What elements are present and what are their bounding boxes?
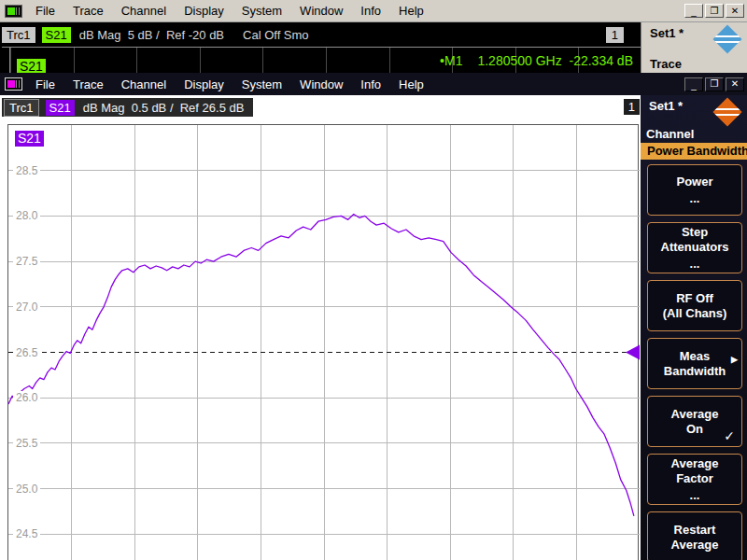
marker-name: •M1 xyxy=(440,53,462,68)
close-button[interactable]: ✕ xyxy=(726,4,744,18)
menu-file[interactable]: File xyxy=(30,2,61,20)
check-icon: ✓ xyxy=(724,428,735,443)
submenu-arrow-icon: ▶ xyxy=(731,352,738,367)
softkey-label: Bandwidth xyxy=(664,364,726,379)
softkey-restart-average[interactable]: RestartAverage xyxy=(647,511,742,560)
softkey-label: Meas xyxy=(680,349,711,364)
trace-name-box[interactable]: Trc1 xyxy=(2,27,35,43)
minimize-button[interactable]: _ xyxy=(684,4,703,18)
softkey-power[interactable]: Power... xyxy=(647,164,742,216)
menu-window[interactable]: Window xyxy=(294,2,348,20)
trace-label[interactable]: S21 xyxy=(15,131,44,147)
menu-help[interactable]: Help xyxy=(393,2,430,20)
window-number-badge: 1 xyxy=(624,99,640,115)
diagram-area: Trc1 S21 dB Mag 0.5 dB / Ref 26.5 dB 1 S… xyxy=(0,95,641,560)
softkey-meas-bandwidth[interactable]: MeasBandwidth▶ xyxy=(647,338,742,389)
menu-items: FileTraceChannelDisplaySystemWindowInfoH… xyxy=(30,2,436,20)
app-icon-screen xyxy=(7,80,15,88)
softkey-average-factor[interactable]: AverageFactor... xyxy=(647,454,742,505)
softkey-label: Average xyxy=(671,538,719,553)
ellipsis-label: ... xyxy=(690,191,700,206)
plot-area: S21 28.528.027.527.026.526.025.525.024.5 xyxy=(7,124,639,560)
softkey-step-attenuators[interactable]: StepAttenuators... xyxy=(647,222,742,273)
menu-system[interactable]: System xyxy=(236,2,288,20)
restore-button[interactable]: ❐ xyxy=(705,4,724,18)
sidebar-section-label: Trace xyxy=(650,57,747,71)
trace-format-text: dB Mag 0.5 dB / Ref 26.5 dB xyxy=(83,101,245,115)
close-button[interactable]: ✕ xyxy=(726,77,744,91)
softkey-average-on[interactable]: AverageOn✓ xyxy=(647,396,742,447)
app-icon-grid xyxy=(16,7,20,15)
menu-system[interactable]: System xyxy=(236,76,288,93)
y-tick-label: 25.0 xyxy=(13,483,40,496)
y-tick-label: 27.5 xyxy=(13,255,40,268)
menubar: FileTraceChannelDisplaySystemWindowInfoH… xyxy=(0,73,747,95)
analyzer-screen: FileTraceChannelDisplaySystemWindowInfoH… xyxy=(0,0,747,560)
trace-info-bar: Trc1 S21 dB Mag 0.5 dB / Ref 26.5 dB xyxy=(2,98,253,117)
s21-trace xyxy=(8,215,634,516)
background-window: FileTraceChannelDisplaySystemWindowInfoH… xyxy=(0,0,747,22)
softkey-label: Power xyxy=(676,175,712,189)
y-tick-label: 24.5 xyxy=(13,527,40,540)
app-icon-screen xyxy=(7,7,15,15)
marker-readout: •M1 1.280500 GHz -22.334 dB xyxy=(440,53,633,68)
softkey-label: Average xyxy=(671,456,719,471)
menu-trace[interactable]: Trace xyxy=(67,76,109,93)
trace-info-bar: Trc1 S21 dB Mag 5 dB / Ref -20 dB Cal Of… xyxy=(2,25,624,44)
ellipsis-label: ... xyxy=(690,488,700,503)
y-tick-label: 25.5 xyxy=(13,437,40,450)
app-icon-grid xyxy=(16,80,20,88)
menu-info[interactable]: Info xyxy=(355,76,387,93)
reference-level-marker[interactable] xyxy=(626,345,640,360)
trace-format-text: dB Mag 5 dB / Ref -20 dB xyxy=(79,28,224,42)
softkey-area: Power...StepAttenuators...RF Off(All Cha… xyxy=(641,160,747,560)
menu-display[interactable]: Display xyxy=(178,76,230,93)
marker-values: 1.280500 GHz -22.334 dB xyxy=(477,53,633,68)
menu-info[interactable]: Info xyxy=(355,2,387,20)
y-tick-label: 28.5 xyxy=(13,164,40,177)
setup-label: Set1 * xyxy=(649,99,683,113)
softkey-label: Factor xyxy=(676,471,713,486)
menu-channel[interactable]: Channel xyxy=(116,2,172,20)
softkey-label: RF Off xyxy=(676,291,713,306)
softkey-label: Attenuators xyxy=(661,240,729,255)
rs-logo-icon xyxy=(712,24,741,53)
softkey-label: Step xyxy=(682,225,708,240)
menu-help[interactable]: Help xyxy=(393,76,430,93)
menu-display[interactable]: Display xyxy=(178,2,230,20)
softkey-label: (All Chans) xyxy=(663,306,727,321)
s21-trace-plot xyxy=(8,125,640,560)
app-icon[interactable] xyxy=(5,5,22,18)
app-icon[interactable] xyxy=(5,77,22,91)
softkey-rfoff-allchans[interactable]: RF Off(All Chans) xyxy=(647,280,742,331)
measurement-box[interactable]: S21 xyxy=(46,100,75,116)
menu-window[interactable]: Window xyxy=(294,76,348,93)
softkey-menu-header[interactable]: Power Bandwidth xyxy=(641,143,747,160)
ellipsis-label: ... xyxy=(690,257,700,272)
y-tick-label: 26.5 xyxy=(13,346,40,359)
menu-file[interactable]: File xyxy=(30,76,61,93)
window-number-badge: 1 xyxy=(606,27,624,43)
menu-trace[interactable]: Trace xyxy=(67,2,109,20)
sidebar: Set1 * Channel Power Bandwidth Power...S… xyxy=(641,95,747,560)
cal-status-text: Cal Off Smo xyxy=(243,28,309,42)
menubar: FileTraceChannelDisplaySystemWindowInfoH… xyxy=(0,0,747,22)
y-tick-label: 26.0 xyxy=(13,391,40,404)
sidebar-section-label: Channel xyxy=(646,127,747,141)
rs-logo-icon xyxy=(712,97,741,126)
softkey-label: Average xyxy=(671,407,719,422)
y-tick-label: 28.0 xyxy=(13,209,40,222)
window-controls: _ ❐ ✕ xyxy=(684,4,747,18)
menu-items: FileTraceChannelDisplaySystemWindowInfoH… xyxy=(30,76,436,93)
minimize-button[interactable]: _ xyxy=(684,77,703,91)
window-controls: _ ❐ ✕ xyxy=(684,77,747,91)
menu-channel[interactable]: Channel xyxy=(116,76,172,93)
softkey-label: Restart xyxy=(674,523,716,538)
trace-name-box[interactable]: Trc1 xyxy=(4,99,39,117)
measurement-box[interactable]: S21 xyxy=(42,27,71,43)
foreground-window: FileTraceChannelDisplaySystemWindowInfoH… xyxy=(0,73,747,560)
y-tick-label: 27.0 xyxy=(13,301,40,314)
restore-button[interactable]: ❐ xyxy=(705,77,724,91)
softkey-label: On xyxy=(686,422,703,437)
setup-label: Set1 * xyxy=(650,26,684,40)
